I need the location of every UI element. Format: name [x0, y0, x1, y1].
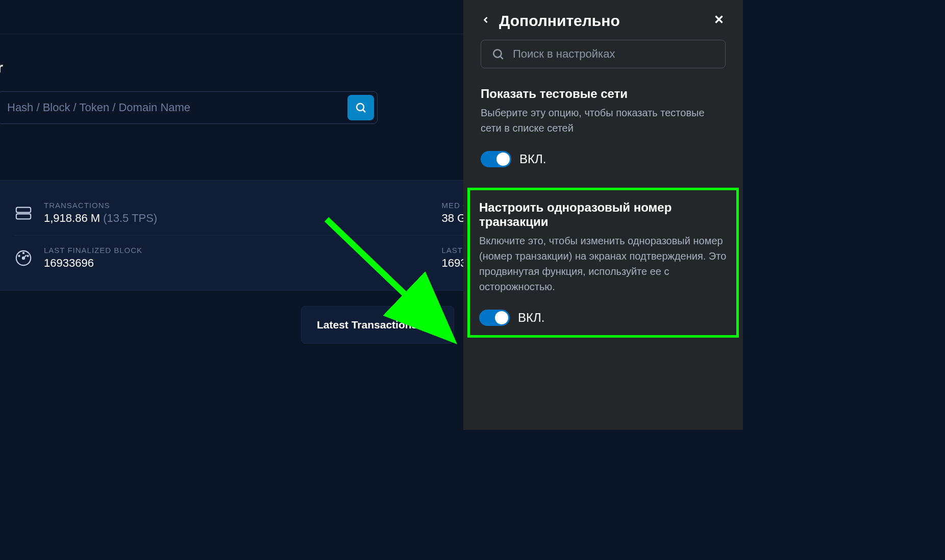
search-input[interactable] — [1, 95, 347, 120]
close-button[interactable] — [712, 13, 726, 30]
server-icon — [13, 203, 34, 223]
highlighted-setting: Настроить одноразовый номер транзакции В… — [467, 188, 739, 338]
stat-finalized-label: LAST FINALIZED BLOCK — [44, 246, 142, 254]
settings-sidebar: Дополнительно Показать тестовые сети Выб… — [463, 0, 743, 430]
settings-search-input[interactable] — [513, 47, 715, 61]
search-container — [0, 91, 378, 124]
stat-transactions-value: 1,918.86 M — [44, 212, 100, 224]
svg-point-9 — [23, 252, 24, 253]
stat-transactions: TRANSACTIONS 1,918.86 M (13.5 TPS) — [13, 191, 370, 235]
settings-search[interactable] — [481, 40, 726, 68]
sidebar-header: Дополнительно — [481, 12, 726, 30]
stat-finalized: LAST FINALIZED BLOCK 16933696 — [13, 235, 370, 280]
svg-point-14 — [493, 49, 501, 57]
svg-point-0 — [357, 104, 364, 111]
stat-transactions-tps: (13.5 TPS) — [103, 212, 157, 224]
sidebar-title: Дополнительно — [499, 12, 704, 30]
search-button[interactable] — [347, 95, 374, 120]
svg-point-11 — [27, 255, 28, 256]
svg-rect-2 — [16, 207, 31, 212]
toggle-test-networks-label: ВКЛ. — [519, 152, 546, 166]
back-button[interactable] — [481, 13, 491, 29]
toggle-test-networks[interactable] — [481, 151, 511, 167]
svg-point-10 — [18, 255, 19, 256]
svg-line-15 — [501, 57, 503, 59]
chevron-left-icon — [481, 13, 491, 27]
setting-nonce-title: Настроить одноразовый номер транзакции — [479, 200, 727, 229]
latest-transactions-panel: Latest Transactions — [301, 306, 454, 344]
setting-nonce-desc: Включите это, чтобы изменить одноразовый… — [479, 233, 727, 294]
setting-test-networks-desc: Выберите эту опцию, чтобы показать тесто… — [481, 105, 726, 136]
svg-rect-3 — [16, 214, 31, 219]
close-icon — [712, 13, 726, 26]
toggle-nonce[interactable] — [479, 310, 510, 326]
svg-line-1 — [363, 110, 366, 113]
latest-transactions-title: Latest Transactions — [317, 319, 438, 331]
setting-test-networks-title: Показать тестовые сети — [481, 87, 726, 101]
gauge-icon — [13, 248, 34, 268]
toggle-nonce-label: ВКЛ. — [518, 311, 544, 325]
search-icon — [491, 47, 505, 61]
search-icon — [355, 101, 367, 114]
setting-test-networks: Показать тестовые сети Выберите эту опци… — [481, 87, 726, 167]
setting-nonce: Настроить одноразовый номер транзакции В… — [479, 200, 727, 326]
svg-point-8 — [22, 257, 24, 259]
stat-transactions-label: TRANSACTIONS — [44, 201, 157, 210]
stat-finalized-value: 16933696 — [44, 257, 142, 270]
